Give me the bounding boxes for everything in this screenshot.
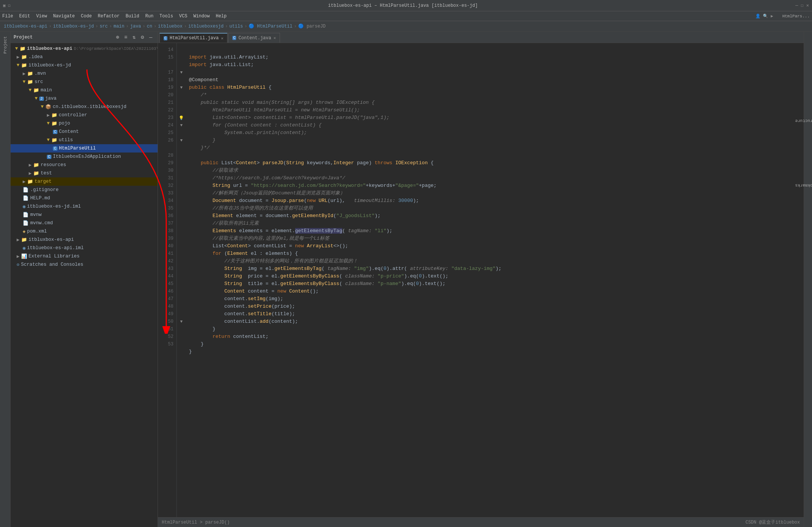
tree-mvn[interactable]: ▶ 📁 .mvn xyxy=(11,69,158,78)
tab-content-close[interactable]: ✕ xyxy=(274,35,276,40)
project-panel: Project ⊕ ≡ ⇅ ⚙ — ▼ 📁 itbluebox-es-api D… xyxy=(11,32,158,527)
menu-vcs[interactable]: VCS xyxy=(179,14,187,19)
menu-run[interactable]: Run xyxy=(145,14,153,19)
line-numbers: 141517 1819202122 23242526 2829303132 33… xyxy=(158,43,177,517)
menu-code[interactable]: Code xyxy=(81,14,92,19)
fold-icon-parsejd[interactable]: ▼ xyxy=(178,137,184,144)
tree-itbluebox-es-jd[interactable]: ▼ 📁 itbluebox-es-jd xyxy=(11,61,158,69)
menu-edit[interactable]: Edit xyxy=(19,14,30,19)
collapse-all-button[interactable]: ≡ xyxy=(122,34,130,41)
bookmarks-tab[interactable]: Bookmarks xyxy=(793,183,812,188)
bc-api[interactable]: itbluebox-es-api xyxy=(4,24,47,29)
tree-src[interactable]: ▼ 📁 src xyxy=(11,78,158,86)
tree-iml[interactable]: ◉ itbluebox-es-jd.iml xyxy=(11,202,158,211)
lamp-icon[interactable]: 💡 xyxy=(178,114,184,122)
tree-root[interactable]: ▼ 📁 itbluebox-es-api D:\ProgramWorkSpace… xyxy=(11,45,158,53)
gutter: ▼ ▼ 💡 ▼ ▼ ▼ xyxy=(177,43,186,517)
tree-app[interactable]: C ItblueboxEsJdApplication xyxy=(11,153,158,161)
code-content[interactable]: import java.util.ArrayList; import java.… xyxy=(186,43,804,517)
settings-button[interactable]: ⚙ xyxy=(139,34,146,41)
editor-area: C HtmlParseUtil.java ✕ C Content.java ✕ … xyxy=(158,32,804,527)
project-toolbar: ⊕ ≡ ⇅ ⚙ — xyxy=(114,34,155,41)
tree-content[interactable]: C Content xyxy=(11,128,158,136)
fold-icon-parsejd-end[interactable]: ▼ xyxy=(178,318,184,325)
left-panel-strip: Project xyxy=(0,32,11,527)
menu-view[interactable]: View xyxy=(36,14,47,19)
fold-icon-class[interactable]: ▼ xyxy=(178,69,184,76)
tree-java[interactable]: ▼ J java xyxy=(11,94,158,103)
project-tree: ▼ 📁 itbluebox-es-api D:\ProgramWorkSpace… xyxy=(11,43,158,527)
tree-mvnw[interactable]: 📄 mvnw xyxy=(11,211,158,219)
tree-main[interactable]: ▼ 📁 main xyxy=(11,86,158,94)
fold-icon-end[interactable]: ▼ xyxy=(178,122,184,129)
tree-utils[interactable]: ▼ 📁 utils xyxy=(11,136,158,144)
breadcrumb: itbluebox-es-api › itbluebox-es-jd › src… xyxy=(0,21,812,32)
fold-icon-main[interactable]: ▼ xyxy=(178,84,184,91)
structure-tab[interactable]: Structure xyxy=(793,119,812,123)
tree-pojo[interactable]: ▼ 📁 pojo xyxy=(11,119,158,128)
menu-help[interactable]: Help xyxy=(216,14,227,19)
main-layout: Project Project ⊕ ≡ ⇅ ⚙ — ▼ 📁 itbluebox-… xyxy=(0,32,812,527)
menu-window[interactable]: Window xyxy=(193,14,210,19)
menu-file[interactable]: File xyxy=(2,14,13,19)
tree-controller[interactable]: ▶ 📁 controller xyxy=(11,111,158,119)
tab-content[interactable]: C Content.java ✕ xyxy=(228,33,280,43)
tree-mvnwcmd[interactable]: 📄 mvnw.cmd xyxy=(11,219,158,227)
tree-test[interactable]: ▶ 📁 test xyxy=(11,169,158,177)
project-panel-title: Project xyxy=(14,35,32,40)
project-tab[interactable]: Project xyxy=(3,34,8,56)
tree-api-iml[interactable]: ◉ itbluebox-es-api.iml xyxy=(11,244,158,252)
tree-itbluxbox-api[interactable]: ▶ 📁 itbluxbox-es-api xyxy=(11,236,158,244)
editor-breadcrumb-bottom: HtmlParseUtil > parseJD() xyxy=(162,520,230,525)
editor-status-bar: HtmlParseUtil > parseJD() CSDN @蓝盒子itblu… xyxy=(158,517,804,527)
code-editor: 141517 1819202122 23242526 2829303132 33… xyxy=(158,43,804,517)
bc-jd[interactable]: itbluebox-es-jd xyxy=(53,24,94,29)
menu-tools[interactable]: Tools xyxy=(159,14,173,19)
tab-htmlparseutil-close[interactable]: ✕ xyxy=(221,36,224,41)
hide-button[interactable]: — xyxy=(147,34,155,41)
tree-htmlparseutil[interactable]: C HtmlParseUtil xyxy=(11,144,158,153)
menu-navigate[interactable]: Navigate xyxy=(53,14,75,19)
tree-resources[interactable]: ▶ 📁 resources xyxy=(11,161,158,169)
tree-gitignore[interactable]: 📄 .gitignore xyxy=(11,186,158,194)
tree-cn-package[interactable]: ▼ 📦 cn.itbluebox.itblueboxesjd xyxy=(11,103,158,111)
locate-file-button[interactable]: ⊕ xyxy=(114,34,121,41)
menu-refactor[interactable]: Refactor xyxy=(98,14,120,19)
menubar: File Edit View Navigate Code Refactor Bu… xyxy=(0,11,812,21)
tab-htmlparseutil[interactable]: C HtmlParseUtil.java ✕ xyxy=(159,33,227,43)
tree-external-libs[interactable]: ▶ 📊 External Libraries xyxy=(11,252,158,260)
root-label: itbluebox-es-api xyxy=(27,46,73,51)
titlebar: ▣ ◻ itbluebox-es-api – HtmlParseUtil.jav… xyxy=(0,0,812,11)
tree-target[interactable]: ▶ 📁 target xyxy=(11,177,158,186)
status-right: CSDN @蓝盒子itbluebox xyxy=(745,519,800,525)
tab-bar: C HtmlParseUtil.java ✕ C Content.java ✕ xyxy=(158,32,804,43)
project-panel-header: Project ⊕ ≡ ⇅ ⚙ — xyxy=(11,32,158,43)
tab-htmlparseutil-label: HtmlParseUtil.java xyxy=(170,35,219,41)
window-title: itbluebox-es-api – HtmlParseUtil.java [i… xyxy=(11,3,795,8)
tree-idea[interactable]: ▶ 📁 .idea xyxy=(11,53,158,61)
tab-content-label: Content.java xyxy=(238,35,271,41)
menu-build[interactable]: Build xyxy=(125,14,139,19)
tree-scratches[interactable]: ⊙ Scratches and Consoles xyxy=(11,260,158,269)
right-strip: Structure Bookmarks xyxy=(804,32,812,527)
expand-button[interactable]: ⇅ xyxy=(130,34,138,41)
tree-pomxml[interactable]: ◈ pom.xml xyxy=(11,227,158,236)
tree-helpmd[interactable]: 📄 HELP.md xyxy=(11,194,158,202)
